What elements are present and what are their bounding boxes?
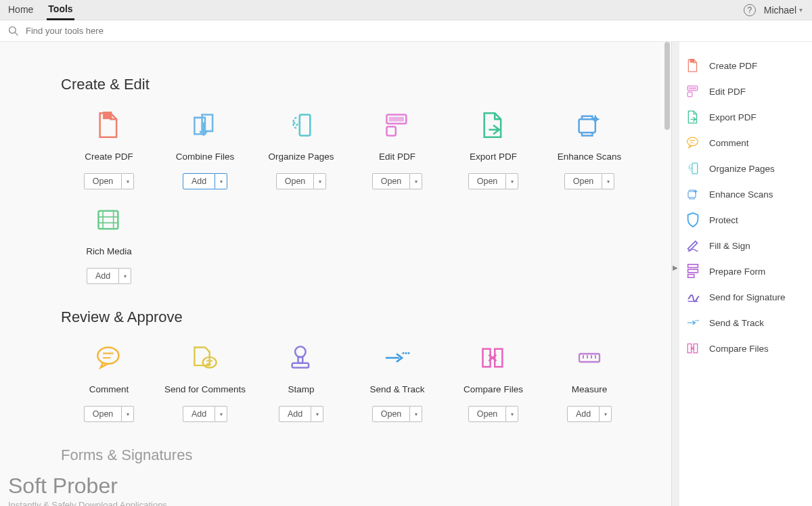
action-button[interactable]: Add (279, 406, 311, 422)
action-add: Add▾ (279, 406, 323, 422)
rp-protect[interactable]: Protect (686, 207, 805, 233)
edit-pdf-icon (382, 111, 413, 139)
action-button[interactable]: Add (183, 406, 215, 422)
dropdown-icon[interactable]: ▾ (600, 406, 612, 422)
dropdown-icon[interactable]: ▾ (311, 406, 323, 422)
dropdown-icon[interactable]: ▾ (215, 406, 227, 422)
tool-label: Send & Track (369, 384, 424, 396)
action-button[interactable]: Open (468, 406, 507, 422)
rp-fill-sign[interactable]: Fill & Sign (686, 233, 805, 258)
action-button[interactable]: Open (84, 173, 122, 189)
tab-home[interactable]: Home (7, 1, 35, 19)
tool-edit-pdf[interactable]: Edit PDF Open▾ (349, 111, 445, 189)
dropdown-icon[interactable]: ▾ (506, 173, 518, 189)
tool-export-pdf[interactable]: Export PDF Open▾ (445, 111, 541, 189)
tool-organize-pages[interactable]: Organize Pages Open▾ (253, 111, 349, 189)
prepare-form-icon (686, 264, 700, 278)
rp-create-pdf[interactable]: Create PDF (686, 53, 805, 78)
action-button[interactable]: Add (567, 406, 600, 422)
help-icon[interactable]: ? (744, 4, 756, 16)
tool-label: Send for Comments (164, 384, 246, 396)
search-icon (8, 26, 19, 37)
action-button[interactable]: Add (183, 173, 215, 189)
dropdown-icon[interactable]: ▾ (119, 268, 131, 284)
dropdown-icon[interactable]: ▾ (122, 406, 134, 422)
tool-create-pdf[interactable]: Create PDF Open▾ (61, 111, 157, 189)
rp-prepare-form[interactable]: Prepare Form (686, 258, 805, 284)
tool-send-for-comments[interactable]: Send for Comments Add▾ (157, 344, 253, 422)
user-menu-chevron-icon[interactable]: ▾ (799, 6, 803, 14)
watermark: SP Soft Prober Instantly & Safely Downlo… (0, 469, 167, 506)
svg-point-19 (9, 26, 16, 33)
action-open: Open▾ (372, 406, 423, 422)
action-button[interactable]: Open (276, 173, 315, 189)
action-button[interactable]: Open (84, 406, 122, 422)
action-button[interactable]: Open (468, 173, 507, 189)
organize-pages-icon (686, 162, 700, 175)
action-button[interactable]: Open (372, 173, 411, 189)
tool-label: Export PDF (470, 152, 517, 164)
rp-export-pdf[interactable]: Export PDF (686, 104, 805, 130)
panel-splitter[interactable] (671, 42, 679, 506)
enhance-scans-icon (574, 111, 605, 139)
action-open: Open▾ (468, 406, 519, 422)
search-input[interactable] (26, 26, 296, 36)
dropdown-icon[interactable]: ▾ (506, 406, 518, 422)
rp-send-track[interactable]: Send & Track (686, 310, 805, 336)
action-button[interactable]: Open (564, 173, 603, 189)
rp-organize-pages[interactable]: Organize Pages (686, 156, 805, 181)
tool-combine-files[interactable]: Combine Files Add▾ (157, 111, 253, 189)
grid-review-approve: Comment Open▾ Send for Comments Add▾ Sta… (61, 344, 671, 422)
top-bar: Home Tools ? Michael ▾ (0, 0, 812, 20)
action-open: Open▾ (468, 173, 519, 189)
rp-label: Create PDF (709, 61, 757, 71)
action-open: Open▾ (564, 173, 615, 189)
rp-comment[interactable]: Comment (686, 130, 805, 156)
scrollbar[interactable] (664, 42, 670, 130)
tool-compare-files[interactable]: Compare Files Open▾ (445, 344, 541, 422)
export-pdf-icon (478, 111, 509, 139)
rp-label: Organize Pages (709, 164, 775, 174)
send-for-comments-icon (189, 344, 221, 372)
dropdown-icon[interactable]: ▾ (602, 173, 614, 189)
tool-label: Stamp (288, 384, 314, 396)
dropdown-icon[interactable]: ▾ (410, 406, 422, 422)
tool-send-track[interactable]: Send & Track Open▾ (349, 344, 445, 422)
rp-label: Prepare Form (709, 267, 765, 277)
tool-enhance-scans[interactable]: Enhance Scans Open▾ (541, 111, 637, 189)
rp-enhance-scans[interactable]: Enhance Scans (686, 181, 805, 207)
action-open: Open▾ (372, 173, 423, 189)
dropdown-icon[interactable]: ▾ (410, 173, 422, 189)
export-pdf-icon (686, 110, 700, 124)
tool-stamp[interactable]: Stamp Add▾ (253, 344, 349, 422)
dropdown-icon[interactable]: ▾ (122, 173, 134, 189)
user-name[interactable]: Michael (764, 5, 796, 16)
tool-rich-media[interactable]: Rich Media Add▾ (61, 206, 157, 284)
action-add: Add▾ (183, 173, 227, 189)
tool-label: Measure (572, 384, 608, 396)
action-add: Add▾ (183, 406, 227, 422)
rp-edit-pdf[interactable]: Edit PDF (686, 78, 805, 104)
rp-label: Export PDF (709, 112, 757, 122)
section-title-review-approve: Review & Approve (61, 308, 671, 326)
tab-tools[interactable]: Tools (47, 1, 74, 20)
dropdown-icon[interactable]: ▾ (215, 173, 227, 189)
watermark-title: Soft Prober (8, 474, 167, 499)
dropdown-icon[interactable]: ▾ (314, 173, 326, 189)
rich-media-icon (93, 206, 125, 234)
action-button[interactable]: Open (372, 406, 411, 422)
send-signature-icon (686, 290, 700, 304)
rp-compare-files[interactable]: Compare Files (686, 336, 805, 361)
comment-icon (93, 344, 125, 372)
tool-measure[interactable]: Measure Add▾ (541, 344, 637, 422)
rp-label: Compare Files (709, 344, 769, 354)
comment-icon (686, 136, 700, 150)
rp-send-signature[interactable]: Send for Signature (686, 284, 805, 310)
tool-comment[interactable]: Comment Open▾ (61, 344, 157, 422)
organize-pages-icon (286, 111, 317, 139)
create-pdf-icon (93, 111, 125, 139)
action-button[interactable]: Add (87, 268, 119, 284)
send-track-icon (382, 344, 413, 372)
create-pdf-icon (686, 59, 700, 72)
fill-sign-icon (686, 239, 700, 252)
